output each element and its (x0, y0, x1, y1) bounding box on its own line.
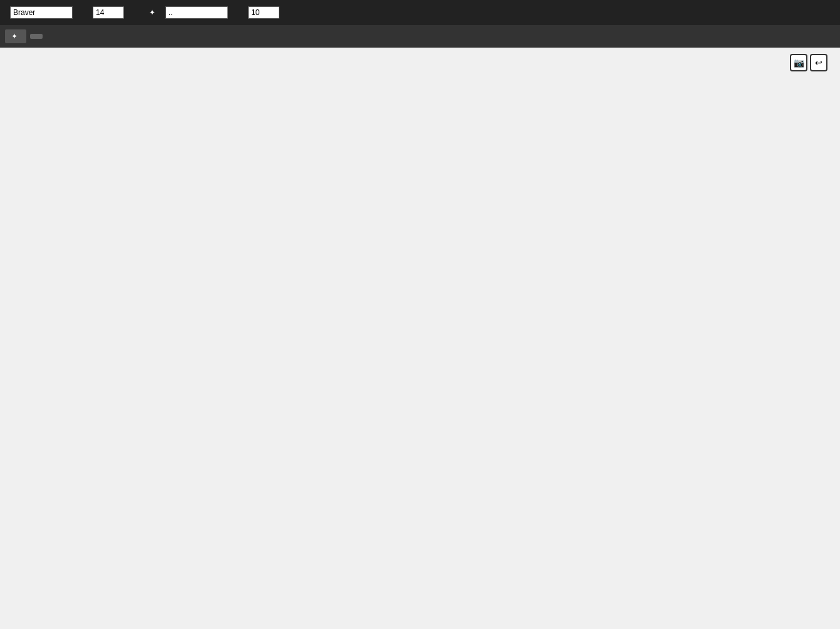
main-content: 📷 ↩ (0, 48, 840, 611)
sp-co-input[interactable] (93, 6, 124, 19)
braver-icon: ✦ (11, 32, 18, 41)
skill-tree (6, 60, 834, 605)
sub-sp-co-input[interactable] (248, 6, 279, 19)
sub-class-input[interactable] (165, 6, 228, 19)
tab-select-class[interactable] (30, 34, 43, 39)
sub-class-icon: ✦ (149, 8, 155, 17)
tab-braver[interactable]: ✦ (5, 29, 26, 43)
main-class-input[interactable] (10, 6, 73, 19)
header: ✦ (0, 0, 840, 25)
tabbar: ✦ (0, 25, 840, 48)
tree-wrapper (6, 60, 821, 605)
